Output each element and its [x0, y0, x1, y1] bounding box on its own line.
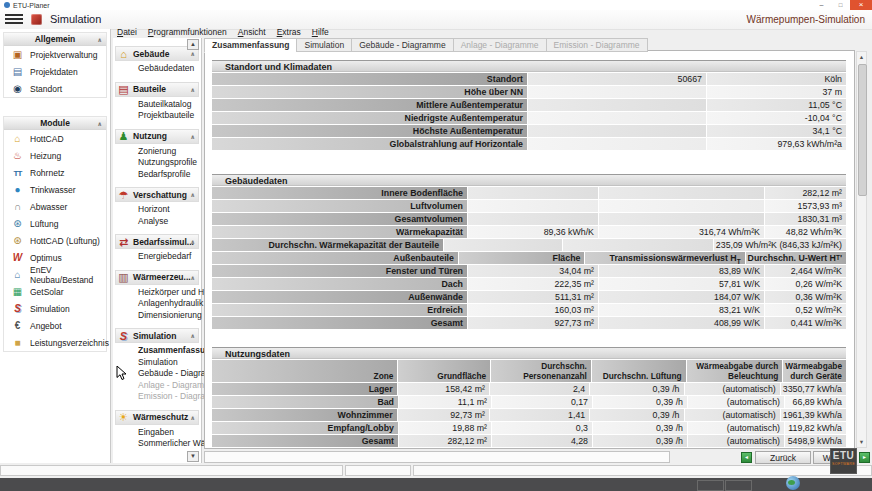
maximize-button[interactable]: [831, 0, 850, 10]
close-button[interactable]: [850, 0, 872, 10]
sidebar-item[interactable]: Optimus: [4, 249, 106, 266]
vertical-scrollbar[interactable]: [856, 51, 867, 448]
tree-group-items: Energiebedarf: [115, 249, 199, 263]
scrollbar-thumb[interactable]: [858, 64, 867, 196]
tree-item[interactable]: Sommerlicher Wär...: [115, 438, 199, 450]
sidebar-section-header[interactable]: Module: [4, 117, 106, 130]
value-cell: 160,03 m²: [468, 304, 598, 316]
value-cell: 11,1 m²: [399, 396, 491, 408]
value-cell: 0,52 W/m²K: [765, 304, 846, 316]
tree-item[interactable]: Gebäudedaten: [115, 63, 199, 75]
tree-item[interactable]: Simulation: [115, 357, 199, 369]
menu-item[interactable]: Hilfe: [312, 27, 329, 38]
sidebar-item-label: Projektdaten: [30, 67, 78, 77]
value-cell: 66,89 kWh/a: [785, 396, 846, 408]
tree-group-header[interactable]: Wärmeerzeu...: [115, 270, 199, 285]
tree-item[interactable]: Anlagenhydraulik: [115, 298, 199, 310]
simulation-module-icon: [31, 14, 42, 25]
sidebar-item[interactable]: Rohrnetz: [4, 164, 106, 181]
sidebar-item[interactable]: Leistungsverzeichnis: [4, 334, 106, 351]
sidebar-item[interactable]: Lüftung: [4, 215, 106, 232]
nutzung-table: Lager 158,42 m² 2,4 0,39 /h (automatisch…: [212, 383, 846, 447]
tree-group-header[interactable]: Simulation: [115, 328, 199, 343]
value-cell: [528, 86, 706, 98]
sidebar-item[interactable]: Heizung: [4, 147, 106, 164]
next-arrow-icon[interactable]: [859, 452, 870, 463]
tree-item[interactable]: Gebäude - Diagram...: [115, 368, 199, 380]
collapse-chevron-icon: [190, 84, 195, 94]
column-header-cell: Wärmeabgabe durch Geräte: [783, 360, 846, 382]
tree-item[interactable]: Bauteilkatalog: [115, 99, 199, 111]
back-arrow-icon[interactable]: [741, 452, 752, 463]
tree-group-header[interactable]: Wärmeschutz: [115, 410, 199, 425]
tree-item[interactable]: Horizont: [115, 204, 199, 216]
tree-item[interactable]: Emission - Diagramme: [115, 391, 199, 403]
tab[interactable]: Zusammenfassung: [204, 38, 296, 53]
tree-group-header[interactable]: Bedarfssimul...: [115, 234, 199, 249]
tree-item[interactable]: Zonierung: [115, 146, 199, 158]
menu-item[interactable]: Datei: [117, 27, 137, 38]
tab[interactable]: Gebäude - Diagramme: [351, 38, 452, 52]
tree-group-header[interactable]: Bauteile: [115, 82, 199, 97]
sewage-icon: [11, 201, 24, 213]
row-label-cell: Innere Bodenfläche: [212, 187, 467, 199]
sidebar-item[interactable]: HottCAD (Lüftung): [4, 232, 106, 249]
sidebar-item[interactable]: EnEV Neubau/Bestand: [4, 266, 106, 283]
value-cell: -10,04 °C: [707, 112, 846, 124]
heat-generator-icon: [117, 271, 130, 283]
tree-item[interactable]: Anlage - Diagramme: [115, 380, 199, 392]
sidebar-item[interactable]: GetSolar: [4, 283, 106, 300]
menu-item[interactable]: Ansicht: [238, 27, 266, 38]
sidebar-item[interactable]: HottCAD: [4, 130, 106, 147]
sidebar-item[interactable]: Standort: [4, 80, 106, 97]
sidebar-item[interactable]: Simulation: [4, 300, 106, 317]
tree-scroll-up-button[interactable]: [187, 39, 199, 50]
sidebar-item[interactable]: Abwasser: [4, 198, 106, 215]
menu-item[interactable]: Programmfunktionen: [148, 27, 227, 38]
tab[interactable]: Simulation: [296, 38, 351, 52]
ventilation-fan-icon: [11, 218, 24, 230]
sidebar-item[interactable]: Projektdaten: [4, 63, 106, 80]
tree-group-items: EingabenSommerlicher Wär...: [115, 425, 199, 450]
status-bar: [0, 465, 872, 477]
minimize-button[interactable]: [812, 0, 831, 10]
column-header-cell: Transmissionswärmeverlust HT: [585, 252, 744, 264]
tab[interactable]: Emission - Diagramme: [546, 38, 648, 52]
tree-item[interactable]: Projektbauteile: [115, 110, 199, 122]
tree-group-header[interactable]: Nutzung: [115, 129, 199, 144]
table-row: Gesamt 282,12 m² 4,28 0,39 /h (automatis…: [212, 435, 846, 447]
sidebar-item[interactable]: Projektverwaltung: [4, 46, 106, 63]
tree-item[interactable]: Eingaben: [115, 427, 199, 439]
scroll-up-button[interactable]: [857, 52, 866, 62]
scroll-down-button[interactable]: [857, 437, 866, 447]
back-button[interactable]: Zurück: [755, 451, 811, 464]
value-cell: 89,36 kWh/K: [468, 226, 598, 238]
value-cell: 235,09 Wh/m²K (846,33 kJ/m²K): [714, 239, 846, 251]
tree-item[interactable]: Bedarfsprofile: [115, 169, 199, 181]
titlebar: ETU-Planer: [0, 0, 872, 10]
globe-icon[interactable]: [786, 476, 800, 490]
tree-item[interactable]: Dimensionierung: [115, 310, 199, 322]
tree-item[interactable]: Heizkörper und He...: [115, 287, 199, 299]
sidebar-item[interactable]: Trinkwasser: [4, 181, 106, 198]
sidebar-section-header[interactable]: Allgemein: [4, 33, 106, 46]
tree-item[interactable]: Nutzungsprofile: [115, 157, 199, 169]
tab[interactable]: Anlage - Diagramme: [453, 38, 546, 52]
tree-item[interactable]: Zusammenfassu...: [115, 345, 199, 357]
menu-item[interactable]: Extras: [277, 27, 301, 38]
tree-item[interactable]: Energiebedarf: [115, 251, 199, 263]
tree-scroll-down-button[interactable]: [187, 451, 199, 462]
sidebar-section: Module HottCAD Heizung Rohrnetz Trinkwas…: [3, 116, 107, 352]
sidebar-item-label: Projektverwaltung: [30, 50, 98, 60]
row-label-cell: Luftvolumen: [212, 200, 467, 212]
value-cell: 0,441 W/m²K: [765, 317, 846, 329]
globe-site-icon: [11, 83, 24, 95]
collapse-chevron-icon: [190, 189, 195, 199]
hamburger-menu-icon[interactable]: [5, 14, 23, 26]
collapse-chevron-icon: [97, 117, 102, 130]
sidebar-item[interactable]: Angebot: [4, 317, 106, 334]
tree-item[interactable]: Analyse: [115, 216, 199, 228]
tree-group-header[interactable]: Verschattung: [115, 187, 199, 202]
value-cell: 83,21 W/K: [599, 304, 764, 316]
table-row: Durchschn. Wärmekapazität der Bauteile 2…: [212, 239, 846, 251]
